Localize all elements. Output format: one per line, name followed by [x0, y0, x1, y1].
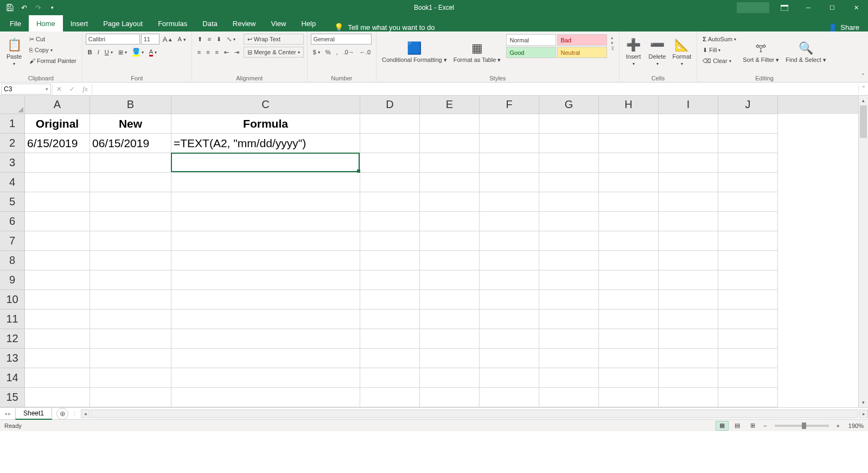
cell-A14[interactable] [25, 368, 90, 388]
sheet-tab-active[interactable]: Sheet1 [15, 408, 52, 420]
cell-style-bad[interactable]: Bad [557, 34, 607, 46]
row-header-2[interactable]: 2 [0, 134, 25, 153]
cell-I2[interactable] [659, 134, 718, 153]
cell-E1[interactable] [420, 114, 480, 134]
number-format-combo[interactable]: General [311, 34, 372, 45]
column-header-A[interactable]: A [25, 96, 90, 114]
cell-I15[interactable] [659, 388, 718, 407]
hscroll-left[interactable]: ◂ [81, 409, 90, 418]
cell-D2[interactable] [360, 134, 420, 153]
cell-H15[interactable] [599, 388, 659, 407]
row-header-4[interactable]: 4 [0, 173, 25, 192]
sheet-nav-next[interactable]: ▸ [8, 411, 11, 417]
cell-A7[interactable] [25, 231, 90, 251]
cell-B1[interactable]: New [90, 114, 171, 134]
cell-G8[interactable] [539, 251, 599, 270]
orientation-button[interactable]: ⤡▾ [225, 34, 238, 45]
zoom-out-button[interactable]: − [761, 422, 769, 429]
zoom-slider[interactable] [775, 425, 829, 427]
cell-D4[interactable] [360, 173, 420, 192]
styles-scroll-down[interactable]: ▾ [611, 40, 615, 46]
tab-view[interactable]: View [263, 15, 293, 31]
delete-cells-button[interactable]: ➖Delete▾ [647, 34, 668, 71]
increase-font-button[interactable]: A▴ [161, 34, 175, 45]
cell-A9[interactable] [25, 270, 90, 290]
cell-I11[interactable] [659, 310, 718, 329]
cell-F13[interactable] [480, 349, 539, 368]
column-header-D[interactable]: D [360, 96, 420, 114]
cell-D9[interactable] [360, 270, 420, 290]
cell-I10[interactable] [659, 290, 718, 310]
tab-data[interactable]: Data [195, 15, 225, 31]
align-bottom-button[interactable]: ⬇ [214, 34, 224, 45]
cell-C9[interactable] [171, 270, 360, 290]
cell-E2[interactable] [420, 134, 480, 153]
align-center-button[interactable]: ≡ [204, 47, 212, 58]
cell-I4[interactable] [659, 173, 718, 192]
scroll-down-button[interactable]: ▾ [859, 398, 868, 407]
cell-J1[interactable] [718, 114, 778, 134]
cell-B5[interactable] [90, 192, 171, 212]
cell-B7[interactable] [90, 231, 171, 251]
format-as-table-button[interactable]: ▦ Format as Table ▾ [451, 34, 503, 71]
font-name-combo[interactable]: Calibri [86, 34, 140, 45]
column-header-G[interactable]: G [539, 96, 599, 114]
italic-button[interactable]: I [95, 47, 101, 58]
sheet-nav-prev[interactable]: ◂ [4, 411, 7, 417]
redo-button[interactable]: ↷ [31, 1, 44, 14]
tab-insert[interactable]: Insert [63, 15, 96, 31]
cell-D6[interactable] [360, 212, 420, 231]
cell-G6[interactable] [539, 212, 599, 231]
cell-B8[interactable] [90, 251, 171, 270]
cell-E11[interactable] [420, 310, 480, 329]
name-box[interactable]: C3 [1, 84, 51, 94]
accounting-format-button[interactable]: $ ▾ [311, 47, 322, 58]
fill-button[interactable]: ⬇ Fill ▾ [700, 45, 738, 55]
tab-help[interactable]: Help [293, 15, 323, 31]
cell-H12[interactable] [599, 329, 659, 349]
qat-customize[interactable]: ▾ [46, 1, 59, 14]
cell-A5[interactable] [25, 192, 90, 212]
cell-F15[interactable] [480, 388, 539, 407]
cell-C3[interactable] [171, 153, 360, 173]
row-header-1[interactable]: 1 [0, 114, 25, 134]
select-all-corner[interactable] [0, 96, 25, 114]
cell-F4[interactable] [480, 173, 539, 192]
cell-E8[interactable] [420, 251, 480, 270]
font-color-button[interactable]: A▾ [147, 47, 159, 58]
cell-A12[interactable] [25, 329, 90, 349]
cell-A13[interactable] [25, 349, 90, 368]
cell-C13[interactable] [171, 349, 360, 368]
tab-review[interactable]: Review [225, 15, 264, 31]
cell-J12[interactable] [718, 329, 778, 349]
cell-A6[interactable] [25, 212, 90, 231]
underline-button[interactable]: U ▾ [103, 47, 115, 58]
cell-F10[interactable] [480, 290, 539, 310]
row-header-14[interactable]: 14 [0, 368, 25, 388]
cell-B4[interactable] [90, 173, 171, 192]
row-header-5[interactable]: 5 [0, 192, 25, 212]
cell-G1[interactable] [539, 114, 599, 134]
save-button[interactable] [3, 1, 16, 14]
cell-A15[interactable] [25, 388, 90, 407]
cell-F8[interactable] [480, 251, 539, 270]
cell-C12[interactable] [171, 329, 360, 349]
cell-H6[interactable] [599, 212, 659, 231]
format-cells-button[interactable]: 📐Format▾ [671, 34, 694, 71]
cell-G9[interactable] [539, 270, 599, 290]
font-size-combo[interactable]: 11 [141, 34, 159, 45]
cell-F12[interactable] [480, 329, 539, 349]
comma-format-button[interactable]: , [334, 47, 340, 58]
cell-B11[interactable] [90, 310, 171, 329]
row-header-8[interactable]: 8 [0, 251, 25, 270]
scroll-up-button[interactable]: ▴ [859, 96, 868, 105]
cell-style-normal[interactable]: Normal [506, 34, 556, 46]
insert-function-button[interactable]: fx [79, 84, 92, 94]
cell-I14[interactable] [659, 368, 718, 388]
tab-formulas[interactable]: Formulas [150, 15, 195, 31]
cell-H7[interactable] [599, 231, 659, 251]
cell-D8[interactable] [360, 251, 420, 270]
cell-I12[interactable] [659, 329, 718, 349]
share-button[interactable]: 👤 Share [828, 23, 868, 31]
row-header-12[interactable]: 12 [0, 329, 25, 349]
